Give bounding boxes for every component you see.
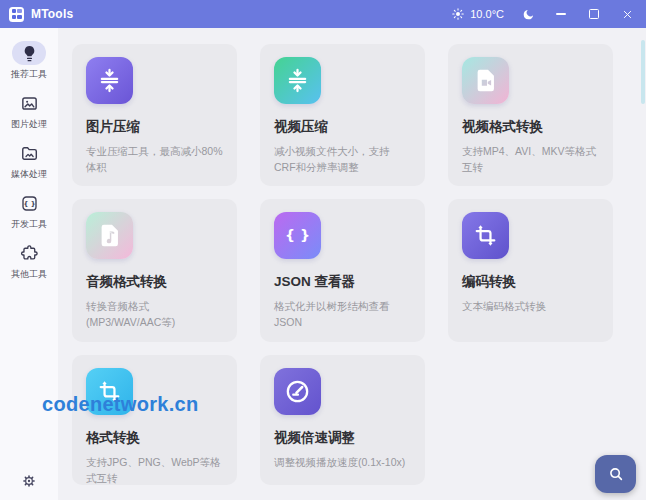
gauge-icon	[274, 368, 321, 415]
moon-icon	[522, 8, 535, 21]
card-description: 格式化并以树形结构查看 JSON	[274, 298, 411, 331]
lightbulb-icon	[12, 41, 46, 65]
compress-icon	[86, 57, 133, 104]
compress-icon	[274, 57, 321, 104]
settings-button[interactable]	[21, 473, 37, 489]
close-button[interactable]	[618, 4, 636, 24]
code-square-icon	[12, 191, 46, 215]
sidebar-item-0[interactable]: 推荐工具	[11, 41, 47, 81]
sidebar-item-label: 推荐工具	[11, 68, 47, 81]
search-button[interactable]	[595, 455, 636, 493]
card-description: 支持JPG、PNG、WebP等格式互转	[86, 454, 223, 487]
card-title: 编码转换	[462, 273, 599, 291]
tool-card-4[interactable]: JSON 查看器 格式化并以树形结构查看 JSON	[260, 199, 425, 342]
card-title: 视频倍速调整	[274, 429, 411, 447]
tool-card-5[interactable]: 编码转换 文本编码格式转换	[448, 199, 613, 342]
card-description: 调整视频播放速度(0.1x-10x)	[274, 454, 411, 470]
maximize-button[interactable]	[585, 4, 603, 24]
gear-icon	[21, 473, 37, 489]
file-music-icon	[86, 212, 133, 259]
watermark: codenetwork.cn	[42, 393, 198, 416]
titlebar-controls: 10.0°C	[451, 4, 636, 24]
theme-toggle-button[interactable]	[519, 4, 537, 24]
card-title: 格式转换	[86, 429, 223, 447]
sidebar-nav: 推荐工具 图片处理 媒体处理 开发工具 其他工具	[11, 41, 47, 291]
temperature-label: 10.0°C	[470, 8, 504, 20]
app-title: MTools	[31, 7, 73, 21]
card-description: 文本编码格式转换	[462, 298, 599, 314]
sidebar-item-4[interactable]: 其他工具	[11, 241, 47, 281]
tools-grid: 图片压缩 专业压缩工具，最高减小80%体积 视频压缩 减小视频文件大小，支持CR…	[58, 28, 646, 485]
puzzle-icon	[12, 241, 46, 265]
tool-card-7[interactable]: 视频倍速调整 调整视频播放速度(0.1x-10x)	[260, 355, 425, 485]
titlebar: MTools 10.0°C	[0, 0, 646, 28]
tool-card-0[interactable]: 图片压缩 专业压缩工具，最高减小80%体积	[72, 44, 237, 186]
card-description: 转换音频格式(MP3/WAV/AAC等)	[86, 298, 223, 331]
weather-widget[interactable]: 10.0°C	[451, 7, 504, 21]
minimize-button[interactable]	[552, 4, 570, 24]
file-video-icon	[462, 57, 509, 104]
card-description: 减小视频文件大小，支持CRF和分辨率调整	[274, 143, 411, 176]
card-title: 图片压缩	[86, 118, 223, 136]
sidebar-item-label: 图片处理	[11, 118, 47, 131]
sidebar-item-1[interactable]: 图片处理	[11, 91, 47, 131]
search-icon	[607, 465, 625, 483]
maximize-icon	[589, 9, 600, 20]
card-title: 视频格式转换	[462, 118, 599, 136]
sidebar-item-3[interactable]: 开发工具	[11, 191, 47, 231]
tool-card-1[interactable]: 视频压缩 减小视频文件大小，支持CRF和分辨率调整	[260, 44, 425, 186]
tool-card-6[interactable]: 格式转换 支持JPG、PNG、WebP等格式互转	[72, 355, 237, 485]
sidebar-item-label: 媒体处理	[11, 168, 47, 181]
card-title: 视频压缩	[274, 118, 411, 136]
card-title: 音频格式转换	[86, 273, 223, 291]
sidebar: 推荐工具 图片处理 媒体处理 开发工具 其他工具	[0, 28, 58, 500]
app-logo	[9, 7, 24, 22]
tool-card-3[interactable]: 音频格式转换 转换音频格式(MP3/WAV/AAC等)	[72, 199, 237, 342]
sidebar-item-label: 开发工具	[11, 218, 47, 231]
card-description: 支持MP4、AVI、MKV等格式互转	[462, 143, 599, 176]
crop-icon	[462, 212, 509, 259]
tool-card-2[interactable]: 视频格式转换 支持MP4、AVI、MKV等格式互转	[448, 44, 613, 186]
picture-icon	[12, 91, 46, 115]
sidebar-item-label: 其他工具	[11, 268, 47, 281]
sun-icon	[451, 7, 465, 21]
braces-icon	[274, 212, 321, 259]
media-folder-icon	[12, 141, 46, 165]
card-description: 专业压缩工具，最高减小80%体积	[86, 143, 223, 176]
close-icon	[621, 8, 634, 21]
main-content: 图片压缩 专业压缩工具，最高减小80%体积 视频压缩 减小视频文件大小，支持CR…	[58, 28, 646, 500]
sidebar-item-2[interactable]: 媒体处理	[11, 141, 47, 181]
scrollbar-thumb[interactable]	[641, 40, 645, 104]
minimize-icon	[556, 13, 566, 15]
card-title: JSON 查看器	[274, 273, 411, 291]
